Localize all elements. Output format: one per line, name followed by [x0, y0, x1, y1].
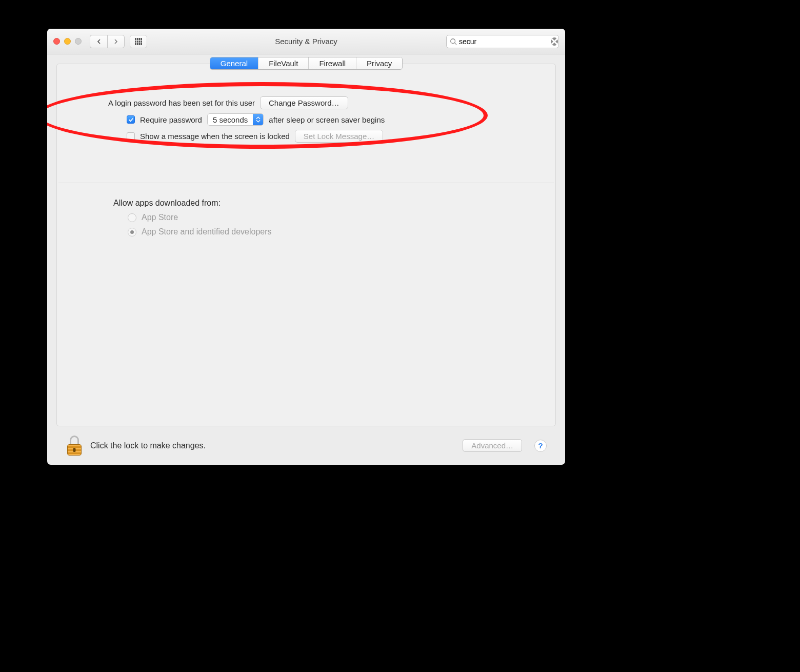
tab-privacy[interactable]: Privacy	[356, 57, 402, 69]
login-password-text: A login password has been set for this u…	[108, 98, 255, 107]
clear-search-button[interactable]	[551, 37, 558, 46]
require-password-delay-value: 5 seconds	[208, 114, 253, 125]
lock-button[interactable]	[66, 436, 83, 456]
content-area: General FileVault Firewall Privacy A log…	[47, 54, 565, 465]
lock-hint-text: Click the lock to make changes.	[90, 441, 206, 450]
lock-body-icon	[67, 444, 82, 456]
allow-apps-heading: Allow apps downloaded from:	[113, 199, 514, 208]
zoom-window-button	[75, 38, 82, 45]
require-password-checkbox[interactable]	[127, 115, 135, 124]
titlebar: Security & Privacy	[47, 29, 565, 54]
window-controls	[53, 38, 82, 45]
back-button[interactable]	[90, 35, 107, 48]
check-icon	[128, 117, 134, 123]
footer: Click the lock to make changes. Advanced…	[56, 426, 556, 465]
tab-bar: General FileVault Firewall Privacy	[210, 57, 403, 70]
allow-identified-label: App Store and identified developers	[142, 227, 272, 236]
minimize-window-button[interactable]	[64, 38, 71, 45]
advanced-button[interactable]: Advanced…	[463, 439, 522, 452]
help-button[interactable]: ?	[534, 440, 547, 452]
tab-filevault[interactable]: FileVault	[258, 57, 309, 69]
preferences-window: Security & Privacy General FileVault Fir…	[47, 29, 565, 465]
grid-icon	[135, 38, 142, 45]
tab-firewall[interactable]: Firewall	[309, 57, 356, 69]
chevron-left-icon	[96, 39, 102, 44]
require-password-delay-popup[interactable]: 5 seconds	[207, 113, 264, 126]
change-password-button[interactable]: Change Password…	[260, 96, 348, 109]
x-icon	[551, 38, 558, 45]
show-message-checkbox[interactable]	[127, 132, 135, 141]
search-icon	[450, 38, 457, 45]
tab-general[interactable]: General	[210, 57, 258, 69]
show-message-label: Show a message when the screen is locked	[140, 132, 290, 141]
allow-identified-radio	[128, 228, 136, 236]
settings-panel: General FileVault Firewall Privacy A log…	[56, 64, 556, 426]
chevron-right-icon	[113, 39, 118, 44]
allow-apps-section: Allow apps downloaded from: App Store Ap…	[57, 183, 555, 247]
lock-shackle-icon	[70, 436, 79, 445]
svg-line-1	[455, 43, 457, 45]
require-password-after-text: after sleep or screen saver begins	[269, 115, 385, 124]
updown-arrows-icon	[253, 114, 263, 125]
allow-appstore-radio	[128, 213, 136, 222]
set-lock-message-button: Set Lock Message…	[295, 130, 383, 143]
nav-buttons	[90, 35, 125, 48]
require-password-label: Require password	[140, 115, 202, 124]
svg-point-0	[451, 38, 455, 43]
search-input[interactable]	[457, 37, 551, 46]
forward-button	[107, 35, 125, 48]
close-window-button[interactable]	[53, 38, 60, 45]
allow-appstore-label: App Store	[142, 213, 178, 222]
general-section: A login password has been set for this u…	[57, 77, 555, 152]
show-all-button[interactable]	[130, 35, 147, 48]
search-field[interactable]	[446, 35, 559, 48]
